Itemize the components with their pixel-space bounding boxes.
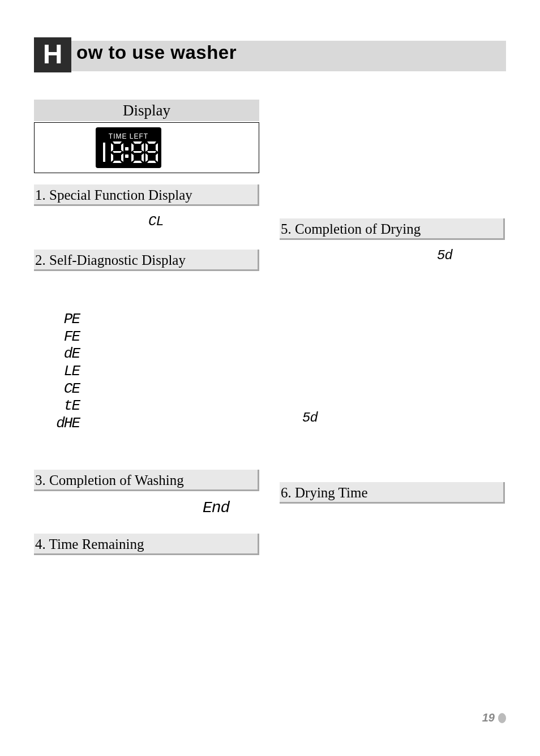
page-title-text: ow to use washer bbox=[76, 42, 237, 63]
code-row-CE: CE bbox=[50, 380, 259, 398]
code-row-tE: tE bbox=[50, 397, 259, 415]
page-title-bar: H ow to use washer bbox=[34, 41, 506, 71]
page-number: 19 bbox=[482, 711, 495, 724]
digit-8c bbox=[145, 141, 158, 163]
section-5-code: 5d bbox=[280, 248, 505, 263]
section-2-heading: 2. Self-Diagnostic Display bbox=[34, 250, 259, 271]
lcd-label: TIME LEFT bbox=[109, 132, 148, 140]
section-5-inline-code: 5d bbox=[302, 410, 318, 426]
lcd-frame: TIME LEFT bbox=[34, 122, 259, 173]
digit-8b bbox=[131, 141, 144, 163]
lcd-colon bbox=[125, 141, 130, 163]
code-row-PE: PE bbox=[50, 311, 259, 328]
section-4-heading: 4. Time Remaining bbox=[34, 534, 259, 555]
section-5-heading: 5. Completion of Drying bbox=[280, 218, 505, 240]
digit-1 bbox=[99, 141, 109, 163]
digit-8a bbox=[111, 141, 123, 163]
section-3-row-code: End bbox=[203, 499, 229, 517]
page-dot-icon bbox=[498, 713, 506, 723]
error-codes-list: PE FE dE LE CE tE dHE bbox=[34, 311, 259, 432]
lcd-digits bbox=[99, 141, 158, 163]
drop-cap: H bbox=[34, 37, 71, 72]
lcd-panel: TIME LEFT bbox=[96, 127, 161, 168]
code-row-dHE: dHE bbox=[50, 415, 259, 432]
section-1-row-code: CL bbox=[148, 214, 164, 229]
section-3-heading: 3. Completion of Washing bbox=[34, 470, 259, 491]
code-row-dE: dE bbox=[50, 345, 259, 363]
code-row-LE: LE bbox=[50, 363, 259, 380]
section-1-row: CL bbox=[34, 214, 259, 229]
section-1-heading: 1. Special Function Display bbox=[34, 184, 259, 206]
section-3-row: End bbox=[34, 499, 259, 517]
section-5-paragraph: 5d bbox=[280, 410, 505, 426]
code-row-FE: FE bbox=[50, 328, 259, 346]
page-footer: 19 bbox=[482, 711, 506, 724]
section-6-heading: 6. Drying Time bbox=[280, 482, 505, 504]
display-heading: Display bbox=[34, 100, 259, 121]
